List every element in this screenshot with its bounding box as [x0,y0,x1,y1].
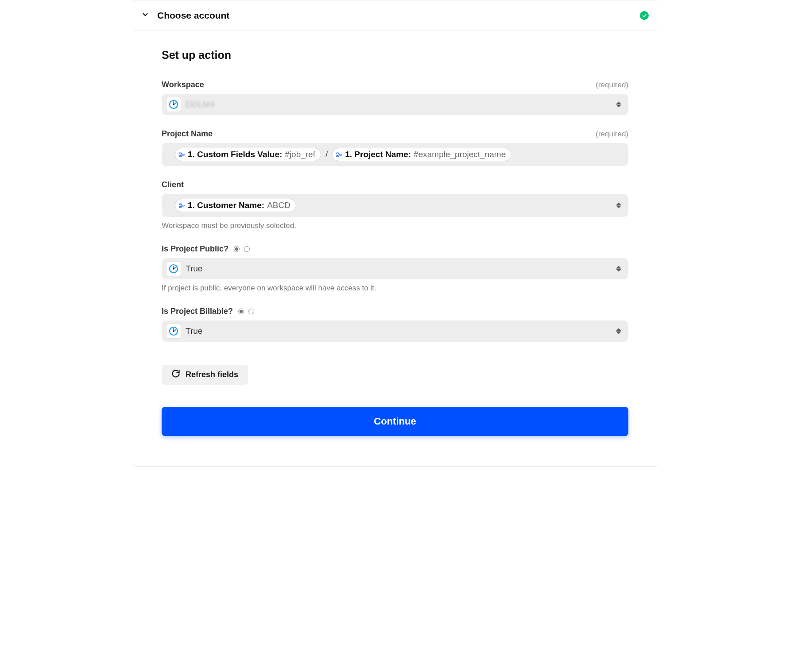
is-public-select[interactable]: True [162,258,628,279]
radio-option-selected[interactable] [234,246,240,252]
pill-customer-name[interactable]: 1. Customer Name: ABCD [175,199,296,212]
sort-arrows-icon [616,266,621,272]
choose-account-left: Choose account [141,10,229,21]
continue-button[interactable]: Continue [162,407,628,436]
project-name-input[interactable]: 1. Custom Fields Value: #job_ref / 1. Pr… [162,143,628,166]
field-is-public: Is Project Public? True If project is pu… [162,244,628,293]
pill-bold-text: 1. Custom Fields Value: [188,150,282,159]
continue-label: Continue [374,416,416,427]
refresh-fields-button[interactable]: Refresh fields [162,365,248,385]
check-circle-icon [640,11,649,20]
clockify-icon [166,324,181,339]
workspace-value: DDLM4 [186,100,214,109]
pill-grey-text: ABCD [267,201,290,210]
client-select[interactable]: 1. Customer Name: ABCD [162,194,628,217]
pill-bold-text: 1. Project Name: [345,150,411,159]
field-mapping-icon [178,202,185,209]
field-mapping-icon [335,151,342,158]
setup-action-panel: Choose account Set up action Workspace (… [133,0,657,467]
workspace-select[interactable]: DDLM4 [162,94,628,115]
is-public-label: Is Project Public? [162,244,228,254]
content-area: Set up action Workspace (required) DDLM4 [133,31,657,466]
workspace-label: Workspace [162,80,204,89]
chevron-down-icon [141,11,149,20]
refresh-icon [171,369,180,380]
label-row: Is Project Billable? [162,307,628,316]
pill-bold-text: 1. Customer Name: [188,201,264,210]
client-label: Client [162,180,184,189]
svg-rect-9 [179,206,181,208]
client-helper-text: Workspace must be previously selected. [162,221,628,230]
separator-slash: / [325,150,329,159]
sort-arrows-icon [616,328,621,334]
radio-option-unselected[interactable] [244,246,250,252]
required-tag: (required) [596,81,628,89]
refresh-fields-label: Refresh fields [186,370,238,379]
radio-option-unselected[interactable] [248,309,254,314]
svg-rect-5 [337,153,338,154]
pill-project-name[interactable]: 1. Project Name: #example_project_name [332,148,511,161]
is-billable-label: Is Project Billable? [162,307,233,316]
field-client: Client 1. Customer Name: ABCD Workspace … [162,180,628,230]
svg-rect-4 [182,154,184,155]
section-title: Set up action [162,49,628,62]
svg-rect-3 [179,155,181,157]
radio-group-billable [238,309,254,314]
label-row: Client [162,180,628,189]
svg-rect-10 [182,205,184,206]
field-mapping-icon [178,151,185,158]
svg-rect-8 [179,204,181,205]
is-public-value: True [186,264,202,274]
svg-rect-7 [339,154,341,155]
choose-account-row[interactable]: Choose account [133,0,657,31]
label-row: Workspace (required) [162,80,628,89]
svg-point-12 [173,268,174,269]
svg-rect-2 [179,153,181,154]
field-is-billable: Is Project Billable? True [162,307,628,342]
field-project-name: Project Name (required) 1. Custom Fields… [162,129,628,166]
label-row: Is Project Public? [162,244,628,254]
is-billable-select[interactable]: True [162,321,628,342]
pill-custom-fields-value[interactable]: 1. Custom Fields Value: #job_ref [175,148,321,161]
label-row: Project Name (required) [162,129,628,139]
field-workspace: Workspace (required) DDLM4 [162,80,628,115]
radio-group-public [234,246,250,252]
sort-arrows-icon [616,102,621,108]
is-billable-value: True [186,326,202,336]
pill-grey-text: #job_ref [285,150,315,159]
required-tag: (required) [596,130,628,139]
radio-option-selected[interactable] [238,309,244,314]
svg-point-14 [173,330,174,332]
project-name-label: Project Name [162,129,213,139]
sort-arrows-icon [616,203,621,209]
svg-point-1 [173,104,174,105]
clockify-icon [166,97,181,112]
pill-grey-text: #example_project_name [414,150,506,159]
clockify-icon [166,261,181,276]
choose-account-title: Choose account [157,10,229,21]
is-public-helper-text: If project is public, everyone on worksp… [162,284,628,293]
svg-rect-6 [337,155,338,157]
